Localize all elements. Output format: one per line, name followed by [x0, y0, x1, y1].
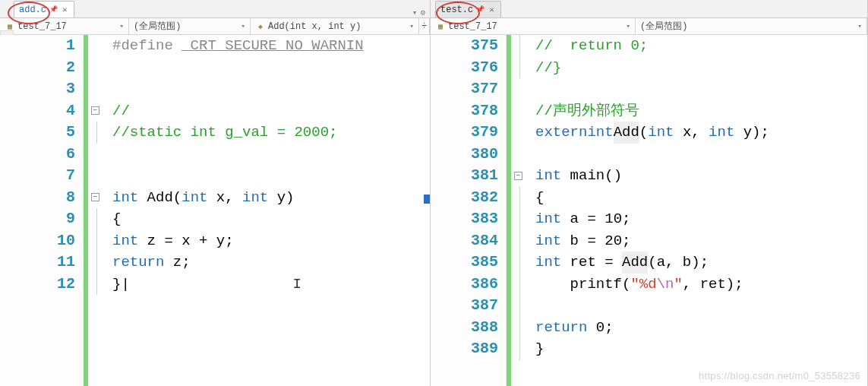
fold-cell: [88, 122, 102, 144]
line-number: 376: [431, 57, 498, 79]
code-line[interactable]: extern int Add(int x, int y);: [535, 122, 867, 144]
code-line[interactable]: int ret = Add(a, b);: [535, 252, 867, 274]
code-line[interactable]: #define _CRT_SECURE_NO_WARNIN: [112, 35, 430, 57]
fold-cell: [88, 144, 102, 166]
code-line[interactable]: //: [112, 100, 430, 122]
line-number: 387: [431, 295, 498, 317]
fold-cell: [511, 144, 525, 166]
line-number: 384: [431, 230, 498, 252]
line-number: 375: [431, 35, 498, 57]
code-line[interactable]: [112, 57, 430, 79]
code-line[interactable]: [535, 295, 867, 317]
code-line[interactable]: [535, 78, 867, 100]
fold-cell: [511, 274, 525, 296]
tab-test-c[interactable]: test.c 📌 ✕: [435, 1, 501, 17]
fold-cell: [511, 57, 525, 79]
code-line[interactable]: //static int g_val = 2000;: [112, 122, 430, 144]
line-number: 12: [0, 274, 75, 296]
nav-scope-dropdown[interactable]: (全局范围) ▾: [129, 18, 251, 34]
fold-cell: [88, 78, 102, 100]
line-number: 383: [431, 208, 498, 230]
editor-pane-left: 菜单栏解决方案工具 add.c 📌 ✕ ▾ ⚙ ▦test_7_17 ▾ (全局…: [0, 0, 431, 386]
code-line[interactable]: // return 0;: [535, 35, 867, 57]
code-line[interactable]: [112, 165, 430, 187]
line-number: 8: [0, 187, 75, 209]
project-icon: ▦: [435, 21, 446, 32]
nav-scope-dropdown[interactable]: (全局范围) ▾: [636, 18, 867, 34]
function-icon: ◈: [255, 21, 266, 32]
nav-split-button[interactable]: ÷: [419, 18, 430, 34]
code-line[interactable]: int Add(int x, int y): [112, 187, 430, 209]
code-area[interactable]: // return 0;//}//声明外部符号extern int Add(in…: [525, 35, 867, 386]
code-line[interactable]: }: [535, 338, 867, 360]
line-number: 381: [431, 165, 498, 187]
code-line[interactable]: [535, 144, 867, 166]
gear-icon[interactable]: ⚙: [420, 8, 425, 17]
editor-pane-right: test.c 📌 ✕ ▦test_7_17 ▾ (全局范围) ▾ 3753763…: [431, 0, 868, 386]
code-line[interactable]: return z;: [112, 252, 430, 274]
tab-add-c[interactable]: add.c 📌 ✕: [14, 1, 74, 17]
watermark-text: https://blog.csdn.net/m0_53558236: [699, 370, 860, 381]
code-line[interactable]: {: [535, 187, 867, 209]
chevron-down-icon: ▾: [627, 22, 630, 30]
fold-toggle-icon[interactable]: −: [514, 172, 522, 180]
code-line[interactable]: //声明外部符号: [535, 100, 867, 122]
code-line[interactable]: }|: [112, 274, 430, 296]
chevron-down-icon: ▾: [120, 22, 124, 30]
tab-bar-right: test.c 📌 ✕: [431, 0, 867, 18]
fold-cell[interactable]: −: [88, 100, 102, 122]
nav-function-dropdown[interactable]: ◈Add(int x, int y) ▾: [251, 18, 419, 34]
code-line[interactable]: {: [112, 208, 430, 230]
line-number: 1: [0, 35, 75, 57]
nav-project-dropdown[interactable]: ▦test_7_17 ▾: [431, 18, 636, 34]
fold-cell: [511, 35, 525, 57]
line-number: 2: [0, 57, 75, 79]
dropdown-icon[interactable]: ▾: [412, 8, 418, 17]
code-editor-left[interactable]: 123456789101112 −− #define _CRT_SECURE_N…: [0, 35, 430, 386]
fold-column: −−: [88, 35, 102, 386]
line-number-gutter: 123456789101112: [0, 35, 84, 386]
code-area[interactable]: #define _CRT_SECURE_NO_WARNIN////static …: [102, 35, 430, 386]
line-number: 7: [0, 165, 75, 187]
chevron-down-icon: ▾: [858, 22, 862, 30]
pin-icon[interactable]: 📌: [476, 5, 485, 14]
close-icon[interactable]: ✕: [488, 5, 496, 14]
code-line[interactable]: [112, 78, 430, 100]
line-number: 389: [431, 338, 498, 360]
close-icon[interactable]: ✕: [61, 5, 69, 14]
code-line[interactable]: [112, 144, 430, 166]
pin-icon[interactable]: 📌: [49, 5, 58, 14]
code-line[interactable]: int b = 20;: [535, 230, 867, 252]
code-line[interactable]: int main(): [535, 165, 867, 187]
code-line[interactable]: return 0;: [535, 317, 867, 339]
fold-cell: [511, 208, 525, 230]
line-number: 9: [0, 208, 75, 230]
nav-bar-left: ▦test_7_17 ▾ (全局范围) ▾ ◈Add(int x, int y)…: [0, 18, 430, 35]
line-number: 11: [0, 252, 75, 274]
fold-cell[interactable]: −: [511, 165, 525, 187]
code-line[interactable]: //}: [535, 57, 867, 79]
nav-bar-right: ▦test_7_17 ▾ (全局范围) ▾: [431, 18, 867, 35]
fold-cell: [511, 317, 525, 339]
code-line[interactable]: int z = x + y;: [112, 230, 430, 252]
fold-column: −: [511, 35, 525, 386]
split-marker[interactable]: [424, 195, 430, 204]
nav-project-dropdown[interactable]: ▦test_7_17 ▾: [0, 18, 129, 34]
fold-cell: [511, 100, 525, 122]
code-line[interactable]: printf("%d\n", ret);: [535, 274, 867, 296]
line-number: 386: [431, 274, 498, 296]
line-number: 10: [0, 230, 75, 252]
fold-cell[interactable]: −: [88, 187, 102, 209]
fold-toggle-icon[interactable]: −: [91, 193, 99, 201]
fold-cell: [88, 35, 102, 57]
line-number: 3: [0, 78, 75, 100]
line-number-gutter: 3753763773783793803813823833843853863873…: [431, 35, 507, 386]
fold-cell: [511, 338, 525, 360]
code-line[interactable]: int a = 10;: [535, 208, 867, 230]
line-number: 380: [431, 144, 498, 166]
fold-cell: [88, 208, 102, 230]
fold-cell: [511, 295, 525, 317]
code-editor-right[interactable]: 3753763773783793803813823833843853863873…: [431, 35, 867, 386]
tab-label: test.c: [440, 5, 473, 15]
fold-toggle-icon[interactable]: −: [91, 106, 99, 115]
